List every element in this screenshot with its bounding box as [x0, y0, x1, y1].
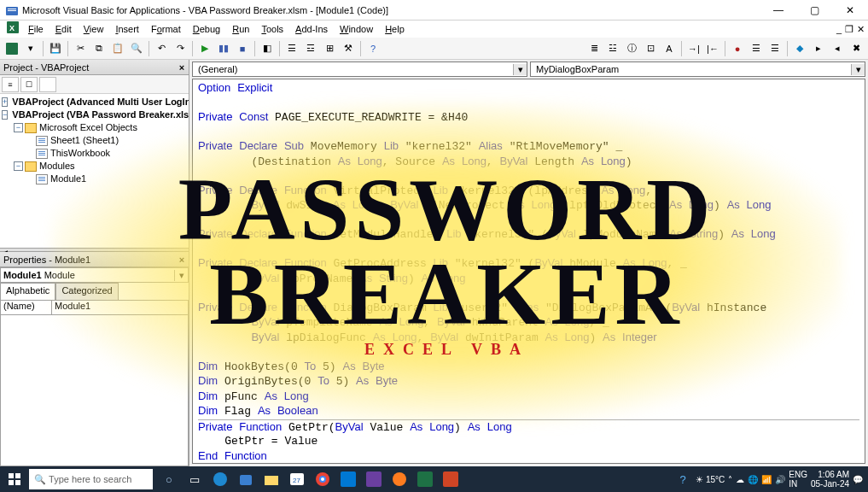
- language-indicator[interactable]: ENGIN: [789, 470, 807, 489]
- indent-icon[interactable]: →|: [685, 40, 702, 57]
- network-icon[interactable]: 🌐: [748, 475, 758, 484]
- find-icon[interactable]: 🔍: [128, 40, 145, 57]
- list-constants-icon[interactable]: ☳: [604, 40, 621, 57]
- wifi-icon[interactable]: 📶: [761, 475, 772, 484]
- help-icon[interactable]: ?: [364, 40, 382, 57]
- tree-project-1[interactable]: VBAProject (Advanced Multi User LogIn.xl…: [12, 96, 189, 108]
- store-icon[interactable]: [233, 466, 259, 492]
- view-object-icon[interactable]: ☐: [20, 77, 38, 92]
- menu-addins[interactable]: Add-Ins: [289, 22, 334, 36]
- breakpoint-icon[interactable]: ●: [729, 40, 746, 57]
- cut-icon[interactable]: ✂: [72, 40, 89, 57]
- complete-word-icon[interactable]: A: [661, 40, 678, 57]
- vscode-icon[interactable]: [335, 466, 361, 492]
- comment-block-icon[interactable]: ☰: [748, 40, 765, 57]
- calendar-icon[interactable]: 27: [284, 466, 310, 492]
- reset-icon[interactable]: ■: [234, 40, 251, 57]
- bookmark-icon[interactable]: ◆: [791, 40, 808, 57]
- tree-sheet1[interactable]: Sheet1 (Sheet1): [50, 134, 119, 147]
- maximize-button[interactable]: ▢: [796, 0, 832, 20]
- tree-module1[interactable]: Module1: [50, 173, 86, 185]
- code-editor[interactable]: Option Explicit Private Const PAGE_EXECU…: [192, 79, 865, 464]
- svg-rect-8: [9, 473, 14, 478]
- volume-icon[interactable]: 🔊: [775, 475, 785, 484]
- run-icon[interactable]: ▶: [196, 40, 213, 57]
- copy-icon[interactable]: ⧉: [90, 40, 108, 57]
- design-mode-icon[interactable]: ◧: [259, 40, 276, 57]
- tab-alphabetic[interactable]: Alphabetic: [0, 283, 55, 300]
- minimize-button[interactable]: —: [760, 0, 796, 20]
- code-object-dropdown[interactable]: (General)▾: [192, 62, 527, 77]
- toolbox-icon[interactable]: ⚒: [340, 40, 357, 57]
- firefox-icon[interactable]: [387, 466, 412, 492]
- task-view-icon[interactable]: ▭: [182, 466, 207, 492]
- project-explorer-close-icon[interactable]: ×: [175, 62, 189, 73]
- start-button[interactable]: [0, 466, 29, 492]
- cortana-icon[interactable]: ○: [156, 466, 182, 492]
- insert-dropdown-icon[interactable]: ▾: [22, 40, 39, 57]
- edge-icon[interactable]: [207, 466, 233, 492]
- clear-bookmarks-icon[interactable]: ✖: [848, 40, 865, 57]
- doc-restore-button[interactable]: ❐: [845, 24, 853, 35]
- object-browser-icon[interactable]: ⊞: [321, 40, 338, 57]
- view-excel-icon[interactable]: [3, 40, 20, 57]
- tree-project-2[interactable]: VBAProject (VBA Password Breaker.xlsm): [12, 108, 189, 121]
- paste-icon[interactable]: 📋: [109, 40, 126, 57]
- menu-view[interactable]: View: [78, 22, 110, 36]
- app-icon: [5, 3, 19, 17]
- menu-run[interactable]: Run: [226, 22, 255, 36]
- redo-icon[interactable]: ↷: [172, 40, 189, 57]
- menu-window[interactable]: Window: [334, 22, 379, 36]
- quick-info-icon[interactable]: ⓘ: [623, 40, 640, 57]
- tree-modules-folder[interactable]: Modules: [39, 160, 75, 173]
- tree-excel-objects[interactable]: Microsoft Excel Objects: [39, 121, 137, 134]
- notifications-icon[interactable]: 💬: [853, 475, 863, 484]
- chevron-down-icon[interactable]: ▾: [851, 64, 865, 75]
- prev-bookmark-icon[interactable]: ◂: [829, 40, 846, 57]
- code-procedure-dropdown[interactable]: MyDialogBoxParam▾: [530, 62, 865, 77]
- vs-icon[interactable]: [361, 466, 387, 492]
- doc-minimize-button[interactable]: _: [836, 24, 842, 34]
- project-tree[interactable]: + VBAProject (Advanced Multi User LogIn.…: [0, 94, 189, 248]
- toggle-folders-icon[interactable]: [39, 77, 56, 92]
- break-icon[interactable]: ▮▮: [215, 40, 232, 57]
- tree-thisworkbook[interactable]: ThisWorkbook: [50, 147, 110, 160]
- chrome-icon[interactable]: [310, 466, 335, 492]
- excel-icon[interactable]: [412, 466, 438, 492]
- property-row[interactable]: (Name) Module1: [0, 300, 189, 315]
- help-tray-icon[interactable]: ?: [670, 466, 696, 492]
- undo-icon[interactable]: ↶: [153, 40, 170, 57]
- menu-format[interactable]: Format: [145, 22, 187, 36]
- property-value-name[interactable]: Module1: [52, 301, 188, 314]
- close-button[interactable]: ✕: [832, 0, 868, 20]
- save-icon[interactable]: 💾: [47, 40, 64, 57]
- powerpoint-icon[interactable]: [438, 466, 463, 492]
- uncomment-block-icon[interactable]: ☰: [766, 40, 784, 57]
- outdent-icon[interactable]: |←: [704, 40, 721, 57]
- properties-icon[interactable]: ☲: [302, 40, 319, 57]
- clock[interactable]: 1:06 AM05-Jan-24: [811, 470, 849, 489]
- dropdown-arrow-icon[interactable]: ▾: [174, 270, 188, 281]
- menu-debug[interactable]: Debug: [187, 22, 226, 36]
- onedrive-icon[interactable]: ☁: [736, 475, 744, 484]
- menu-help[interactable]: Help: [379, 22, 411, 36]
- doc-close-button[interactable]: ✕: [857, 24, 865, 35]
- menu-edit[interactable]: Edit: [50, 22, 78, 36]
- next-bookmark-icon[interactable]: ▸: [810, 40, 827, 57]
- project-explorer-icon[interactable]: ☰: [283, 40, 300, 57]
- list-properties-icon[interactable]: ≣: [585, 40, 603, 57]
- properties-object-selector[interactable]: Module1 Module ▾: [0, 267, 189, 283]
- menu-tools[interactable]: Tools: [255, 22, 289, 36]
- properties-close-icon[interactable]: ×: [175, 255, 189, 265]
- taskbar-search[interactable]: 🔍 Type here to search: [29, 469, 153, 489]
- menu-file[interactable]: File: [22, 22, 50, 36]
- explorer-icon[interactable]: [259, 466, 284, 492]
- properties-title: Properties - Module1: [3, 255, 90, 265]
- weather-icon[interactable]: ☀ 15°C: [696, 475, 725, 484]
- menu-insert[interactable]: Insert: [109, 22, 145, 36]
- tray-chevron-icon[interactable]: ˄: [728, 475, 732, 484]
- chevron-down-icon[interactable]: ▾: [513, 64, 527, 75]
- tab-categorized[interactable]: Categorized: [55, 283, 118, 300]
- view-code-icon[interactable]: ≡: [2, 77, 19, 92]
- parameter-info-icon[interactable]: ⊡: [642, 40, 659, 57]
